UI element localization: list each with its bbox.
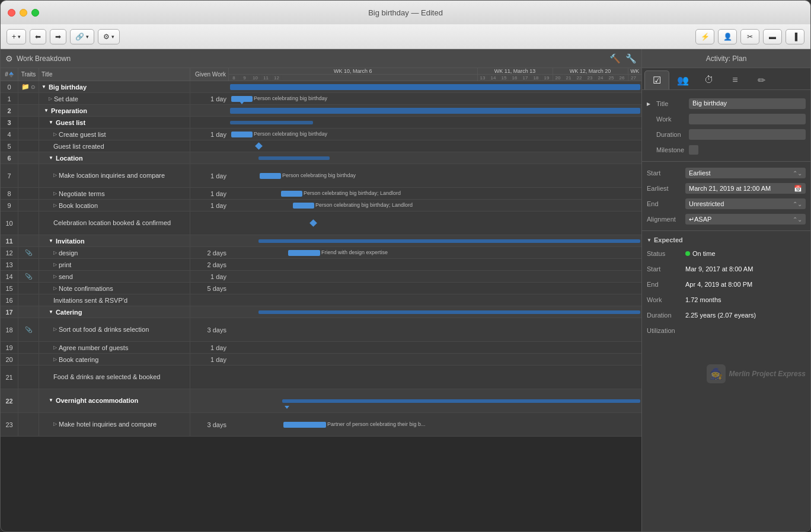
- merlin-branding: 🧙 Merlin Project Express: [642, 341, 810, 388]
- play-icon: ▷: [53, 421, 57, 427]
- indent-button[interactable]: ➡: [50, 29, 66, 44]
- flash-icon: ⚡: [701, 33, 710, 41]
- table-row[interactable]: 18 📎 ▷ Sort out food & drinks selection …: [1, 318, 229, 342]
- milestone-checkbox[interactable]: [689, 145, 698, 155]
- table-row[interactable]: 5 Guest list created: [1, 140, 229, 152]
- row-title: Guest list: [56, 119, 85, 126]
- indent-icon: ➡: [55, 33, 61, 41]
- title-value[interactable]: Big birthday: [689, 98, 806, 109]
- gantt-row: [229, 306, 641, 318]
- play-icon: ▷: [53, 191, 57, 196]
- gantt-inner: Person celebrating big birthday: [229, 81, 641, 437]
- split-icon: ▐: [793, 33, 798, 41]
- triangle-down-icon: ▼: [49, 155, 53, 161]
- gantt-row: [229, 152, 641, 164]
- table-row[interactable]: 17 ▼ Catering: [1, 306, 229, 318]
- wbs-header-label: Work Breakdown: [17, 55, 71, 63]
- layout-button[interactable]: ▬: [763, 29, 782, 44]
- outdent-button[interactable]: ⬅: [30, 29, 46, 44]
- table-row[interactable]: 11 ▼ Invitation: [1, 235, 229, 247]
- table-row[interactable]: 3 ▼ Guest list: [1, 117, 229, 129]
- expected-title: ▼ Expected: [647, 235, 806, 246]
- col-header-title: Title: [39, 68, 190, 81]
- table-row[interactable]: 19 ▷ Agree number of guests 1 day: [1, 342, 229, 354]
- duration-value[interactable]: [689, 129, 806, 140]
- day-26: 26: [617, 75, 628, 81]
- row-title: Celebration location booked & confirmed: [53, 219, 171, 227]
- split-button[interactable]: ▐: [786, 29, 804, 44]
- triangle-down-expected: ▼: [647, 238, 652, 243]
- table-row[interactable]: 22 ▼ Overnight accommodation: [1, 389, 229, 413]
- tab-clock[interactable]: ⏱: [697, 70, 721, 89]
- table-row[interactable]: 14 📎 ▷ send 1 day: [1, 271, 229, 283]
- col-header-work: Given Work: [190, 68, 229, 81]
- play-icon: ▷: [53, 357, 57, 362]
- status-row: Status On time: [647, 246, 806, 261]
- day-27: 27: [628, 75, 639, 81]
- row-title: Location: [56, 155, 83, 162]
- tab-list[interactable]: ≡: [723, 70, 748, 89]
- table-row[interactable]: 21 Food & drinks are selected & booked: [1, 366, 229, 389]
- table-row[interactable]: 15 ▷ Note confirmations 5 days: [1, 283, 229, 294]
- day-14: 14: [488, 75, 499, 81]
- day-8: 8: [229, 75, 240, 81]
- start-value[interactable]: Earliest ⌃⌄: [685, 168, 806, 178]
- work-label: Work: [656, 116, 689, 123]
- flash-button[interactable]: ⚡: [695, 29, 714, 44]
- day-10: 10: [250, 75, 261, 81]
- row-title: Big birthday: [49, 84, 87, 91]
- settings-button[interactable]: ⚙ ▾: [98, 29, 120, 44]
- wbs-table-body: 0 📁 ⊙ ▼ Big birthday 1: [1, 81, 229, 531]
- table-row[interactable]: 13 ▷ print 2 days: [1, 259, 229, 271]
- table-row[interactable]: 2 ▼ Preparation: [1, 105, 229, 117]
- user-icon: 👤: [723, 33, 732, 41]
- user-button[interactable]: 👤: [718, 29, 737, 44]
- earliest-value[interactable]: March 21, 2019 at 12:00 AM 📅: [685, 183, 806, 194]
- day-9: 9: [240, 75, 250, 81]
- table-row[interactable]: 12 📎 ▷ design 2 days: [1, 247, 229, 259]
- row-title: Book location: [59, 202, 98, 209]
- row-title: Invitations sent & RSVP'd: [53, 297, 127, 304]
- end-value[interactable]: Unrestricted ⌃⌄: [685, 198, 806, 209]
- gantt-chart[interactable]: Person celebrating big birthday: [229, 81, 641, 531]
- close-button[interactable]: [8, 9, 15, 17]
- table-row[interactable]: 8 ▷ Negotiate terms 1 day: [1, 188, 229, 200]
- row-title: Sort out food & drinks selection: [59, 325, 149, 334]
- gantt-row: [229, 81, 641, 93]
- list-icon: ≡: [732, 75, 737, 85]
- table-row[interactable]: 9 ▷ Book location 1 day: [1, 200, 229, 211]
- link-icon: 🔗: [75, 33, 84, 41]
- tab-checklist[interactable]: ☑: [644, 70, 669, 89]
- table-row[interactable]: 20 ▷ Book catering 1 day: [1, 354, 229, 366]
- gantt-row: [229, 117, 641, 129]
- gantt-row: [229, 354, 641, 366]
- work-value[interactable]: [689, 114, 806, 124]
- gantt-row: Person celebrating big birthday: [229, 129, 641, 140]
- maximize-button[interactable]: [31, 9, 39, 17]
- table-row[interactable]: 10 Celebration location booked & confirm…: [1, 211, 229, 235]
- link-button[interactable]: 🔗 ▾: [70, 29, 94, 44]
- table-row[interactable]: 1 ▷ Set date 1 day: [1, 93, 229, 105]
- gear-icon: ⚙: [103, 33, 110, 41]
- tab-edit[interactable]: ✏: [749, 70, 774, 89]
- table-row[interactable]: 4 ▷ Create guest list 1 day: [1, 129, 229, 140]
- exp-start-value: Mar 9, 2017 at 8:00 AM: [685, 265, 806, 273]
- minimize-button[interactable]: [20, 9, 27, 17]
- play-icon: ▷: [53, 250, 57, 255]
- tab-resources[interactable]: 👥: [670, 70, 695, 89]
- tool-button[interactable]: ✂: [740, 29, 759, 44]
- milestone-row: Milestone: [647, 142, 806, 158]
- gantt-row: Partner of person celebrating their big …: [229, 413, 641, 437]
- row-title: Book catering: [59, 356, 98, 363]
- day-18: 18: [531, 75, 542, 81]
- table-row[interactable]: 7 ▷ Make location inquiries and compare …: [1, 164, 229, 188]
- gantt-row: [229, 366, 641, 389]
- table-row[interactable]: 0 📁 ⊙ ▼ Big birthday: [1, 81, 229, 93]
- table-row[interactable]: 23 ▷ Make hotel inquiries and compare 3 …: [1, 413, 229, 437]
- alignment-value[interactable]: ↵ASAP ⌃⌄: [685, 214, 806, 225]
- gantt-row: [229, 294, 641, 306]
- table-row[interactable]: 16 Invitations sent & RSVP'd: [1, 294, 229, 306]
- add-button[interactable]: + ▾: [7, 29, 26, 44]
- triangle-down-icon: ▼: [44, 108, 49, 113]
- table-row[interactable]: 6 ▼ Location: [1, 152, 229, 164]
